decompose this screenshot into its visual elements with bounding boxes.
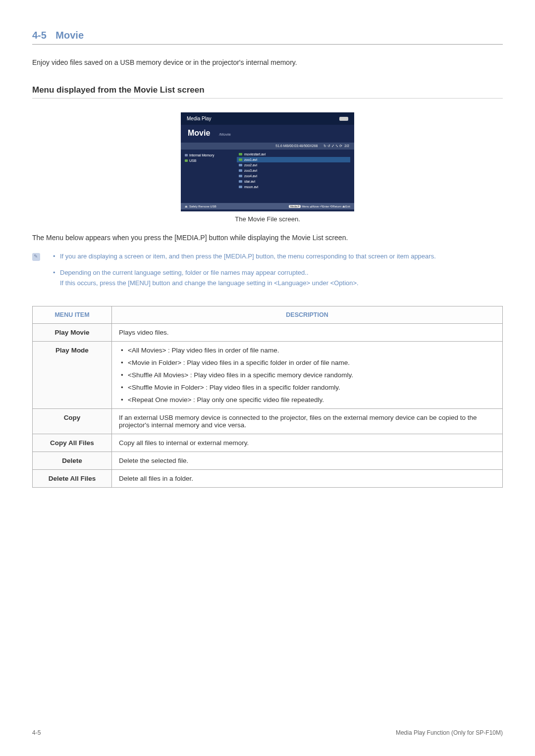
mp-footer-right: Media.P Menu ▴Move ⏎Enter ⟲Return ⏏Exit: [289, 204, 350, 208]
cell-delete-all-label: Delete All Files: [33, 470, 112, 488]
mp-file-2: zoo2.avi: [237, 162, 350, 168]
th-menu-item: MENU ITEM: [33, 306, 112, 324]
section-number: 4-5: [32, 30, 47, 41]
eject-icon: ⏏: [185, 204, 188, 208]
file-label: zoo4.avi: [244, 174, 257, 178]
movie-file-icon: [239, 186, 242, 188]
usb-icon: [339, 117, 348, 121]
th-description: DESCRIPTION: [112, 306, 503, 324]
intro-text: Enjoy video files saved on a USB memory …: [32, 58, 503, 66]
cell-copy-all-desc: Copy all files to internal or external m…: [112, 434, 503, 452]
note-icon: [32, 253, 40, 261]
note-2-text: Depending on the current language settin…: [60, 269, 309, 276]
table-row: Copy If an external USB memory device is…: [33, 409, 503, 434]
file-label: moviestart.avi: [244, 152, 266, 156]
table-row: Play Movie Plays video files.: [33, 324, 503, 342]
server-icon: [185, 154, 188, 156]
mp-page-count: 2/2: [344, 144, 349, 148]
section-title: Movie: [55, 30, 84, 41]
mp-file-6: moon.avi: [237, 184, 350, 190]
play-mode-item-2: <Movie in Folder> : Play video files in …: [119, 359, 495, 366]
footer-left: 4-5: [32, 729, 41, 736]
file-label: zoo1.avi: [244, 158, 257, 161]
media-p-badge: Media.P: [289, 205, 301, 208]
cell-delete-desc: Delete the selected file.: [112, 452, 503, 470]
cell-play-mode-desc: <All Movies> : Play video files in order…: [112, 342, 503, 409]
note-2-indent: If this occurs, press the [MENU] button …: [60, 278, 503, 289]
mp-content: Internal Memory USB moviestart.avi zoo1.…: [181, 150, 354, 203]
mp-file-5: star.avi: [237, 179, 350, 184]
movie-file-icon: [239, 175, 242, 177]
sidebar-internal-label: Internal Memory: [189, 153, 214, 157]
mp-title-row: Movie /Movie: [181, 125, 354, 143]
note-item-1: If you are displaying a screen or item, …: [49, 252, 503, 262]
mp-footer: ⏏ Safely Remove USB Media.P Menu ▴Move ⏎…: [181, 203, 354, 209]
footer-right: Media Play Function (Only for SP-F10M): [396, 729, 503, 736]
screenshot-container: Media Play Movie /Movie 51.6 MB/00:03:48…: [32, 112, 503, 211]
screenshot-caption: The Movie File screen.: [32, 215, 503, 223]
mp-header: Media Play: [181, 112, 354, 125]
play-mode-item-1: <All Movies> : Play video files in order…: [119, 347, 495, 354]
cell-delete-all-desc: Delete all files in a folder.: [112, 470, 503, 488]
mp-info-text: 51.6 MB/00:03:48/500X268: [275, 144, 318, 148]
mp-file-0: moviestart.avi: [237, 151, 350, 157]
mp-movie-title: Movie: [188, 129, 210, 138]
movie-file-icon: [239, 158, 242, 161]
mp-file-3: zoo3.avi: [237, 168, 350, 173]
mp-file-1: zoo1.avi: [237, 157, 350, 162]
footer-left-label: Safely Remove USB: [189, 205, 216, 208]
page-footer: 4-5 Media Play Function (Only for SP-F10…: [32, 729, 503, 736]
play-mode-item-3: <Shuffle All Movies> : Play video files …: [119, 371, 495, 379]
note-list: If you are displaying a screen or item, …: [49, 252, 503, 294]
cell-play-mode-label: Play Mode: [33, 342, 112, 409]
table-row: Play Mode <All Movies> : Play video file…: [33, 342, 503, 409]
file-label: zoo2.avi: [244, 163, 257, 167]
usb-drive-icon: [185, 159, 188, 162]
movie-file-icon: [239, 169, 242, 172]
mp-sidebar: Internal Memory USB: [181, 150, 233, 203]
media-play-screenshot: Media Play Movie /Movie 51.6 MB/00:03:48…: [181, 112, 354, 211]
mp-sidebar-internal: Internal Memory: [185, 152, 229, 158]
mp-file-4: zoo4.avi: [237, 173, 350, 179]
mp-filelist: moviestart.avi zoo1.avi zoo2.avi zoo3.av…: [233, 150, 354, 203]
movie-file-icon: [239, 180, 242, 183]
table-row: Delete All Files Delete all files in a f…: [33, 470, 503, 488]
table-row: Delete Delete the selected file.: [33, 452, 503, 470]
mp-header-title: Media Play: [187, 116, 211, 121]
table-row: Copy All Files Copy all files to interna…: [33, 434, 503, 452]
cell-play-movie-label: Play Movie: [33, 324, 112, 342]
cell-copy-desc: If an external USB memory device is conn…: [112, 409, 503, 434]
mp-info-icons: ↻ ↺ ⤢ ⤡ ⟳: [323, 144, 342, 148]
footer-hints: Menu ▴Move ⏎Enter ⟲Return ⏏Exit: [302, 204, 350, 208]
subsection-title: Menu displayed from the Movie List scree…: [32, 85, 503, 99]
mp-info-bar: 51.6 MB/00:03:48/500X268 ↻ ↺ ⤢ ⤡ ⟳ 2/2: [181, 143, 354, 150]
mp-footer-left: ⏏ Safely Remove USB: [185, 204, 216, 208]
file-label: zoo3.avi: [244, 169, 257, 172]
sidebar-usb-label: USB: [189, 159, 196, 162]
note-block: If you are displaying a screen or item, …: [32, 252, 503, 294]
cell-delete-label: Delete: [33, 452, 112, 470]
file-label: star.avi: [244, 180, 255, 183]
section-header: 4-5 Movie: [32, 30, 503, 45]
play-mode-item-4: <Shuffle Movie in Folder> : Play video f…: [119, 384, 495, 391]
cell-play-movie-desc: Plays video files.: [112, 324, 503, 342]
cell-copy-all-label: Copy All Files: [33, 434, 112, 452]
table-header-row: MENU ITEM DESCRIPTION: [33, 306, 503, 324]
mp-sidebar-usb: USB: [185, 158, 229, 163]
body-text: The Menu below appears when you press th…: [32, 234, 503, 242]
play-mode-item-5: <Repeat One movie> : Play only one speci…: [119, 396, 495, 403]
cell-copy-label: Copy: [33, 409, 112, 434]
movie-file-icon: [239, 153, 242, 155]
movie-file-icon: [239, 164, 242, 166]
mp-movie-path: /Movie: [219, 132, 231, 137]
file-label: moon.avi: [244, 185, 258, 189]
menu-table: MENU ITEM DESCRIPTION Play Movie Plays v…: [32, 306, 503, 488]
note-item-2: Depending on the current language settin…: [49, 268, 503, 289]
